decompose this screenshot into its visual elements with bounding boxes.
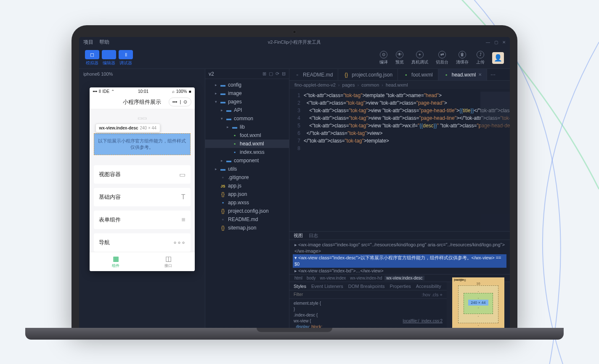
tree-node[interactable]: ▾▬common xyxy=(205,114,289,123)
mode-pill[interactable]: ⫴调试器 xyxy=(119,50,133,66)
component-card[interactable]: 基础内容T xyxy=(94,188,191,206)
breadcrumb-segment[interactable]: common xyxy=(361,82,379,87)
styles-subtab[interactable]: Styles xyxy=(294,284,306,289)
component-card[interactable]: 表单组件≡ xyxy=(94,211,191,229)
tree-node[interactable]: {}sitemap.json xyxy=(205,224,289,232)
minimize-icon[interactable]: — xyxy=(486,40,490,45)
dom-crumb-item[interactable]: wx-view.index xyxy=(318,276,348,280)
dom-node[interactable]: ▾ <wx-view class="index-desc">以下将展示小程序官方… xyxy=(293,254,506,268)
project-name: v2 xyxy=(209,71,214,77)
maximize-icon[interactable]: ▢ xyxy=(494,40,498,45)
breadcrumb-segment[interactable]: fino-applet-demo-v2 xyxy=(294,82,336,87)
toolbar-action[interactable]: ⤴上传 xyxy=(476,51,485,65)
capsule-button[interactable]: ••• | ⊙ xyxy=(169,98,191,106)
tree-node[interactable]: ▸▬utils xyxy=(205,165,289,173)
toolbar-action[interactable]: ⌖真机调试 xyxy=(411,51,428,65)
tree-node[interactable]: ▪index.wxss xyxy=(205,148,289,156)
styles-subtab[interactable]: Event Listeners xyxy=(311,284,343,289)
styles-subtab[interactable]: Accessibility xyxy=(416,284,441,289)
tree-node[interactable]: JSapp.js xyxy=(205,182,289,190)
mode-pill[interactable]: 编辑器 xyxy=(102,50,116,66)
styles-rules[interactable]: element.style {}.index-desc {</span></di… xyxy=(289,299,447,328)
explorer-header: v2 ⊞ ▢ ⟳ ⊟ xyxy=(205,69,289,79)
new-file-icon[interactable]: ⊞ xyxy=(262,71,266,76)
dom-crumb-item[interactable]: wx-view.index-hd xyxy=(348,276,384,280)
tree-node[interactable]: ▾▬pages xyxy=(205,98,289,106)
dom-node[interactable]: ▸ <wx-view class="index-bd">…</wx-view> xyxy=(293,268,506,274)
toolbar-actions: ⊙编译👁预览⌖真机调试⇄切后台🗑清缓存⤴上传👤 xyxy=(379,51,504,65)
tree-node[interactable]: ▪app.wxss xyxy=(205,198,289,207)
breadcrumb: fino-applet-demo-v2›pages›common›head.wx… xyxy=(289,81,510,89)
file-tree[interactable]: ▸▬config▸▬image▾▬pages▸▬API▾▬common▸▬lib… xyxy=(205,79,289,234)
laptop-base xyxy=(25,328,564,340)
dom-inspector[interactable]: ▸ <wx-image class="index-logo" src="../r… xyxy=(289,240,510,274)
dom-crumb-item[interactable]: wx-view.index-desc xyxy=(384,276,424,280)
laptop-frame: 项目 帮助 v2-FinClip小程序开发工具 — ▢ ✕ ◻模拟器编辑器⫴调试… xyxy=(72,25,517,328)
tree-node[interactable]: ▫README.md xyxy=(205,215,289,224)
minimap[interactable] xyxy=(480,89,510,231)
tree-node[interactable]: ▸▬component xyxy=(205,156,289,165)
simulator-device-label: iphone6 100% xyxy=(79,69,205,79)
toolbar-action[interactable]: ⊙编译 xyxy=(379,51,388,65)
highlighted-element[interactable]: 以下组展示小程序官方组件能力，组件样式仅供参考。 xyxy=(94,133,191,155)
styles-subtab[interactable]: Properties xyxy=(390,284,411,289)
styles-subtab[interactable]: DOM Breakpoints xyxy=(348,284,385,289)
refresh-icon[interactable]: ⟳ xyxy=(276,71,279,76)
tree-node[interactable]: ▸▬lib xyxy=(205,123,289,131)
phone-tab[interactable]: ▦组件 xyxy=(90,252,142,271)
main-split: iphone6 100% •••ll IDE ⌃ 10:01 ⌕ 100% ■ … xyxy=(79,69,510,328)
component-card[interactable]: 视图容器▭ xyxy=(94,165,191,184)
code-editor[interactable]: 12345678 <"tok-attr">class="tok-tag">tem… xyxy=(289,89,510,231)
tree-node[interactable]: ▪head.wxml xyxy=(205,140,289,148)
mode-switcher: ◻模拟器编辑器⫴调试器 xyxy=(85,50,133,66)
editor-tab[interactable]: ▪head.wxml✕ xyxy=(438,69,487,80)
phone-statusbar: •••ll IDE ⌃ 10:01 ⌕ 100% ■ xyxy=(90,87,195,95)
line-gutter: 12345678 xyxy=(289,89,304,231)
toolbar-action[interactable]: ⇄切后台 xyxy=(436,51,448,65)
nav-title: 小程序组件展示 xyxy=(123,98,161,106)
close-icon[interactable]: ✕ xyxy=(478,72,482,77)
editor-area: ▫README.md{}project.config.json▪foot.wxm… xyxy=(289,69,510,328)
collapse-icon[interactable]: ⊟ xyxy=(282,71,286,76)
dom-crumb-item[interactable]: body xyxy=(305,276,318,280)
window-title: v2-FinClip小程序开发工具 xyxy=(268,39,321,45)
devtools-panel: 视图 日志 ▸ <wx-image class="index-logo" src… xyxy=(289,231,510,328)
tree-node[interactable]: ▫.gitignore xyxy=(205,173,289,182)
phone-tabbar: ▦组件◫接口 xyxy=(90,252,195,271)
editor-tab[interactable]: ▪foot.wxml xyxy=(398,69,438,80)
toolbar: ◻模拟器编辑器⫴调试器 ⊙编译👁预览⌖真机调试⇄切后台🗑清缓存⤴上传👤 xyxy=(79,47,510,69)
tree-node[interactable]: {}app.json xyxy=(205,190,289,198)
tree-node[interactable]: ▸▬config xyxy=(205,81,289,89)
tree-node[interactable]: {}project.config.json xyxy=(205,207,289,215)
toolbar-action[interactable]: 🗑清缓存 xyxy=(456,51,469,65)
toolbar-action[interactable]: 👁预览 xyxy=(395,51,404,65)
simulator-panel: iphone6 100% •••ll IDE ⌃ 10:01 ⌕ 100% ■ … xyxy=(79,69,205,328)
tree-node[interactable]: ▪foot.wxml xyxy=(205,131,289,140)
menu-help[interactable]: 帮助 xyxy=(99,39,109,46)
file-explorer: v2 ⊞ ▢ ⟳ ⊟ ▸▬config▸▬image▾▬pages▸▬API▾▬… xyxy=(205,69,289,328)
dom-crumb-item[interactable]: html xyxy=(293,276,304,280)
component-card[interactable]: 导航∘∘∘ xyxy=(94,233,191,252)
close-icon[interactable]: ✕ xyxy=(502,40,506,45)
tree-node[interactable]: ▸▬image xyxy=(205,89,289,98)
editor-tab[interactable]: {}project.config.json xyxy=(338,69,398,80)
menu-project[interactable]: 项目 xyxy=(83,39,93,46)
breadcrumb-segment[interactable]: head.wxml xyxy=(386,82,408,87)
editor-tab[interactable]: ▫README.md xyxy=(289,69,338,80)
tab-view[interactable]: 视图 xyxy=(294,232,303,239)
tab-overflow[interactable]: ⋯ xyxy=(487,69,499,80)
editor-tabs: ▫README.md{}project.config.json▪foot.wxm… xyxy=(289,69,510,81)
filter-input[interactable] xyxy=(294,292,418,297)
filter-tools[interactable]: :hov .cls + xyxy=(421,292,443,297)
phone-tab[interactable]: ◫接口 xyxy=(142,252,195,271)
mode-pill[interactable]: ◻模拟器 xyxy=(85,50,99,66)
breadcrumb-segment[interactable]: pages xyxy=(342,82,355,87)
tab-log[interactable]: 日志 xyxy=(309,232,318,239)
avatar[interactable]: 👤 xyxy=(492,52,504,64)
styles-tabs: StylesEvent ListenersDOM BreakpointsProp… xyxy=(289,282,447,290)
styles-pane: StylesEvent ListenersDOM BreakpointsProp… xyxy=(289,282,510,328)
tree-node[interactable]: ▸▬API xyxy=(205,106,289,114)
inspect-tooltip: wx-view.index-desc240 × 44 xyxy=(95,124,160,132)
new-folder-icon[interactable]: ▢ xyxy=(269,71,273,76)
dom-node[interactable]: ▸ <wx-image class="index-logo" src="../r… xyxy=(293,242,506,254)
